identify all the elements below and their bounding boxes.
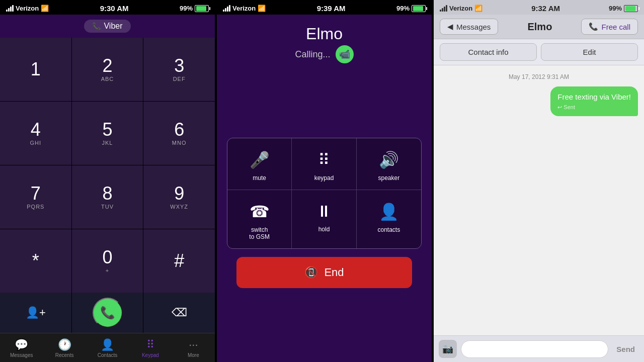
digit-5: 5 <box>102 121 112 139</box>
keypad-label: keypad <box>314 174 334 182</box>
digit-*: * <box>32 252 39 270</box>
mute-button[interactable]: 🎤 mute <box>227 138 292 190</box>
mute-label: mute <box>253 174 266 182</box>
keypad-icon: ⠿ <box>318 150 330 169</box>
battery-icon-1 <box>195 5 209 12</box>
dial-key-2[interactable]: 2ABC <box>72 38 143 101</box>
dial-key-5[interactable]: 5JKL <box>72 102 143 165</box>
dialer-panel: Verizon 📶 9:30 AM 99% 📞 Viber 12ABC3DEF4… <box>0 0 215 362</box>
switch-gsm-label: switchto GSM <box>249 226 270 240</box>
contact-info-label: Contact info <box>468 48 508 56</box>
letters-5: JKL <box>102 140 113 146</box>
tab-messages[interactable]: 💬 Messages <box>0 335 43 362</box>
back-arrow-icon: ◀ <box>447 22 453 31</box>
contacts-icon: 👤 <box>379 202 399 221</box>
delete-button[interactable]: ⌫ <box>143 293 215 333</box>
speaker-button[interactable]: 🔊 speaker <box>357 138 421 190</box>
free-call-label: Free call <box>601 23 630 31</box>
tab-label-contacts: Contacts <box>98 352 117 358</box>
call-contact-name: Elmo <box>227 25 422 43</box>
dial-key-8[interactable]: 8TUV <box>72 165 143 229</box>
status-right-1: 99% <box>180 5 209 12</box>
dial-key-0[interactable]: 0+ <box>72 229 143 293</box>
letters-6: MNO <box>172 140 187 146</box>
dial-key-6[interactable]: 6MNO <box>143 102 215 165</box>
end-call-icon: 📵 <box>304 266 318 279</box>
signal-icon-2 <box>223 5 230 12</box>
dial-key-3[interactable]: 3DEF <box>143 38 215 101</box>
letters-8: TUV <box>101 204 114 210</box>
add-contact-button[interactable]: 👤+ <box>0 293 71 333</box>
tab-icon-messages: 💬 <box>15 338 28 351</box>
digit-4: 4 <box>31 121 41 139</box>
edit-button[interactable]: Edit <box>541 43 638 61</box>
dial-key-1[interactable]: 1 <box>0 38 71 101</box>
camera-button[interactable]: 📷 <box>439 340 457 358</box>
tab-icon-recents: 🕐 <box>58 338 71 351</box>
battery-pct-1: 99% <box>180 5 193 12</box>
tab-bar: 💬 Messages🕐 Recents👤 Contacts⠿ Keypad···… <box>0 333 215 362</box>
call-button[interactable]: 📞 <box>93 298 123 328</box>
time-1: 9:30 AM <box>100 4 129 13</box>
dial-key-*[interactable]: * <box>0 229 71 293</box>
tab-label-recents: Recents <box>55 352 74 358</box>
dial-key-7[interactable]: 7PQRS <box>0 165 71 229</box>
tab-keypad[interactable]: ⠿ Keypad <box>129 335 172 362</box>
tab-contacts[interactable]: 👤 Contacts <box>86 335 129 362</box>
message-input[interactable] <box>461 340 608 358</box>
letters-7: PQRS <box>27 204 44 210</box>
send-button[interactable]: Send <box>612 343 639 355</box>
dial-key-#[interactable]: # <box>143 229 215 293</box>
call-status-row: Calling... 📹 <box>227 45 422 63</box>
message-sent-status: ↩ Sent <box>557 104 631 111</box>
message-nav-bar: ◀ Messages Elmo 📞 Free call <box>434 15 644 39</box>
status-right-3: 99% <box>609 5 638 12</box>
video-call-button[interactable]: 📹 <box>336 45 354 63</box>
hold-label: hold <box>318 226 330 233</box>
signal-icon-3 <box>440 5 447 12</box>
back-to-messages-button[interactable]: ◀ Messages <box>440 19 498 35</box>
controls-grid: 🎤 mute ⠿ keypad 🔊 speaker ☎ switchto GSM… <box>227 138 422 249</box>
keypad-button[interactable]: ⠿ keypad <box>292 138 356 190</box>
tab-more[interactable]: ··· More <box>172 335 215 362</box>
add-contact-icon: 👤+ <box>26 306 46 319</box>
status-bar-2: Verizon 📶 9:39 AM 99% <box>217 0 432 15</box>
contact-actions-bar: Contact info Edit <box>434 39 644 65</box>
call-status-text: Calling... <box>295 49 330 60</box>
carrier-2: Verizon <box>232 5 256 12</box>
active-call-panel: Verizon 📶 9:39 AM 99% Elmo Calling... 📹 … <box>217 0 432 362</box>
hold-button[interactable]: ⏸ hold <box>292 190 356 248</box>
dial-key-9[interactable]: 9WXYZ <box>143 165 215 229</box>
contact-info-button[interactable]: Contact info <box>440 43 537 61</box>
digit-3: 3 <box>174 57 184 75</box>
digit-1: 1 <box>31 60 41 78</box>
carrier-3: Verizon <box>449 5 472 12</box>
viber-phone-icon: 📞 <box>92 22 101 30</box>
back-label: Messages <box>456 23 491 31</box>
call-button-container: 📞 <box>72 293 143 333</box>
sent-message-bubble: Free texting via Viber! ↩ Sent <box>550 86 638 116</box>
status-bar-1: Verizon 📶 9:30 AM 99% <box>0 0 215 15</box>
digit-#: # <box>174 252 184 270</box>
tab-icon-more: ··· <box>189 338 198 351</box>
status-right-2: 99% <box>396 5 426 12</box>
free-call-button[interactable]: 📞 Free call <box>581 19 638 35</box>
tab-recents[interactable]: 🕐 Recents <box>43 335 86 362</box>
end-call-label: End <box>324 266 344 279</box>
tab-icon-contacts: 👤 <box>101 338 114 351</box>
contacts-button[interactable]: 👤 contacts <box>357 190 421 248</box>
digit-9: 9 <box>174 185 184 203</box>
messages-panel: Verizon 📶 9:32 AM 99% ◀ Messages Elmo 📞 … <box>434 0 644 362</box>
speaker-label: speaker <box>378 174 399 182</box>
speaker-icon: 🔊 <box>379 150 399 169</box>
end-call-button[interactable]: 📵 End <box>236 257 412 288</box>
hold-icon: ⏸ <box>316 202 332 221</box>
battery-pct-2: 99% <box>396 5 410 12</box>
call-icon: 📞 <box>100 306 115 320</box>
switch-gsm-button[interactable]: ☎ switchto GSM <box>227 190 292 248</box>
battery-icon-2 <box>412 5 426 12</box>
dial-key-4[interactable]: 4GHI <box>0 102 71 165</box>
battery-icon-3 <box>624 5 638 12</box>
dialpad-grid: 12ABC3DEF4GHI5JKL6MNO7PQRS8TUV9WXYZ*0+# <box>0 38 215 293</box>
battery-pct-3: 99% <box>609 5 622 12</box>
